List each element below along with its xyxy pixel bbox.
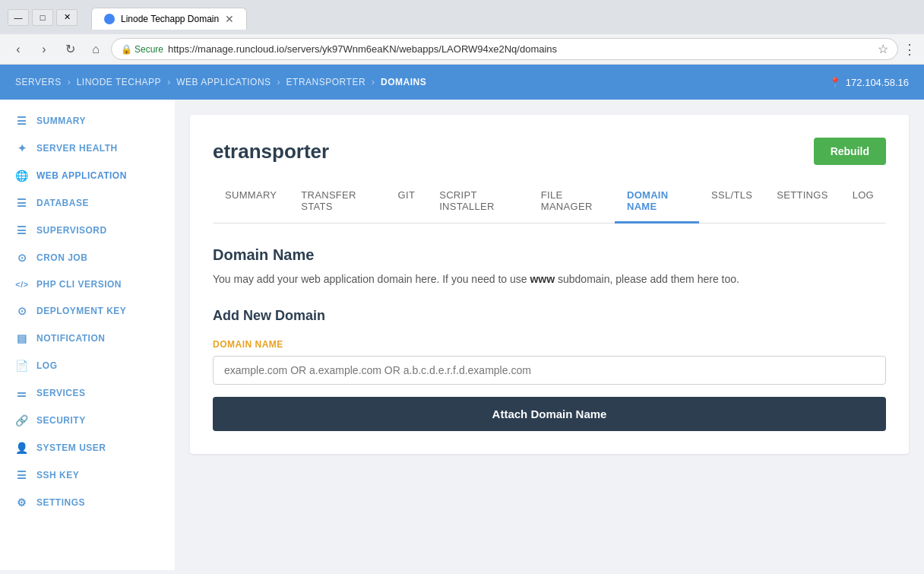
tab-file-manager[interactable]: FILE MANAGER [529,180,615,224]
breadcrumb-sep-4: › [372,77,375,87]
breadcrumb-sep-1: › [68,77,71,87]
sidebar-label-php-cli-version: PHP CLI VERSION [36,279,122,290]
sidebar-item-php-cli-version[interactable]: </> PHP CLI VERSION [0,271,175,297]
breadcrumb-sep-3: › [277,77,280,87]
sidebar-label-settings: SETTINGS [36,497,85,508]
sidebar-item-security[interactable]: 🔗 SECURITY [0,407,175,434]
sidebar-label-web-application: WEB APPLICATION [36,170,127,181]
domain-field-label: DOMAIN NAME [213,339,886,350]
sidebar-item-ssh-key[interactable]: ☰ SSH KEY [0,461,175,489]
domain-section-title: Domain Name [213,246,886,264]
main-layout: ☰ SUMMARY ✦ SERVER HEALTH 🌐 WEB APPLICAT… [0,100,924,570]
sidebar-item-settings[interactable]: ⚙ SETTINGS [0,489,175,516]
server-ip-display: 📍 172.104.58.16 [829,77,909,88]
server-health-icon: ✦ [15,142,29,154]
card-header: etransporter Rebuild [213,138,886,165]
sidebar-item-cron-job[interactable]: ⊙ CRON JOB [0,244,175,271]
tab-ssl-tls[interactable]: SSL/TLS [699,180,764,224]
browser-menu-button[interactable]: ⋮ [903,41,916,58]
sidebar-label-summary: SUMMARY [36,116,86,126]
browser-titlebar: — □ ✕ Linode Techapp Domain ✕ [0,0,924,34]
summary-icon: ☰ [15,115,29,127]
sidebar-label-server-health: SERVER HEALTH [36,143,118,154]
description-part2: subdomain, please add them here too. [555,273,739,285]
sidebar-item-services[interactable]: ⚌ SERVICES [0,379,175,407]
tab-title: Linode Techapp Domain [121,14,219,24]
tab-bar: Linode Techapp Domain ✕ [84,5,255,30]
address-input-wrap[interactable]: 🔒 Secure https://manage.runcloud.io/serv… [111,38,898,60]
attach-domain-button[interactable]: Attach Domain Name [213,397,886,431]
sidebar-item-system-user[interactable]: 👤 SYSTEM USER [0,434,175,461]
sidebar-label-security: SECURITY [36,415,86,426]
php-cli-icon: </> [15,280,29,289]
window-controls: — □ ✕ [8,9,78,26]
breadcrumb-servers[interactable]: SERVERS [15,77,62,87]
web-application-icon: 🌐 [15,170,29,182]
sidebar-item-supervisord[interactable]: ☰ SUPERVISORD [0,217,175,244]
sidebar-item-database[interactable]: ☰ DATABASE [0,189,175,217]
breadcrumb-linode[interactable]: LINODE TECHAPP [77,77,161,87]
supervisord-icon: ☰ [15,224,29,236]
domain-name-input[interactable] [213,356,886,385]
domain-section-description: You may add your web application domain … [213,273,886,285]
bookmark-icon[interactable]: ☆ [878,42,888,56]
tab-git[interactable]: GIT [386,180,428,224]
cron-job-icon: ⊙ [15,252,29,264]
breadcrumb-etransporter[interactable]: ETRANSPORTER [286,77,365,87]
refresh-button[interactable]: ↻ [59,39,81,60]
sidebar-label-cron-job: CRON JOB [36,252,87,263]
domain-name-section: Domain Name You may add your web applica… [213,246,886,431]
minimize-button[interactable]: — [8,9,29,26]
tab-log[interactable]: LOG [840,180,886,224]
tab-settings[interactable]: SETTINGS [764,180,840,224]
database-icon: ☰ [15,197,29,209]
sidebar-item-deployment-key[interactable]: ⊙ DEPLOYMENT KEY [0,297,175,325]
home-button[interactable]: ⌂ [85,39,106,60]
sidebar: ☰ SUMMARY ✦ SERVER HEALTH 🌐 WEB APPLICAT… [0,100,175,570]
add-domain-title: Add New Domain [213,308,886,324]
breadcrumb-webapps[interactable]: WEB APPLICATIONS [176,77,271,87]
services-icon: ⚌ [15,387,29,399]
secure-badge: 🔒 Secure [121,44,163,55]
browser-tab[interactable]: Linode Techapp Domain ✕ [91,8,247,30]
address-bar: ‹ › ↻ ⌂ 🔒 Secure https://manage.runcloud… [0,34,924,64]
system-user-icon: 👤 [15,442,29,454]
sidebar-label-database: DATABASE [36,198,89,208]
log-icon: 📄 [15,360,29,372]
app-navbar: SERVERS › LINODE TECHAPP › WEB APPLICATI… [0,65,924,100]
tab-summary[interactable]: SUMMARY [213,180,289,224]
app-title: etransporter [213,140,329,163]
domain-field: DOMAIN NAME Attach Domain Name [213,339,886,431]
lock-icon: 🔒 [121,44,132,55]
description-part1: You may add your web application domain … [213,273,530,285]
sidebar-item-server-health[interactable]: ✦ SERVER HEALTH [0,135,175,162]
back-button[interactable]: ‹ [8,39,29,60]
location-icon: 📍 [829,77,841,88]
address-url[interactable]: https://manage.runcloud.io/servers/yk97W… [168,43,557,55]
tab-close-icon[interactable]: ✕ [225,13,234,25]
tab-favicon [104,14,115,24]
sidebar-item-summary[interactable]: ☰ SUMMARY [0,107,175,135]
maximize-button[interactable]: □ [32,9,53,26]
secure-label: Secure [134,44,163,55]
forward-button[interactable]: › [33,39,55,60]
sidebar-item-notification[interactable]: ▤ NOTIFICATION [0,325,175,352]
sidebar-item-log[interactable]: 📄 LOG [0,352,175,379]
browser-chrome: — □ ✕ Linode Techapp Domain ✕ ‹ › ↻ ⌂ 🔒 … [0,0,924,65]
tab-script-installer[interactable]: SCRIPT INSTALLER [427,180,529,224]
tab-transfer-stats[interactable]: TRANSFER STATS [289,180,385,224]
tabs-bar: SUMMARY TRANSFER STATS GIT SCRIPT INSTAL… [213,180,886,224]
close-button[interactable]: ✕ [56,9,78,26]
rebuild-button[interactable]: Rebuild [814,138,886,165]
notification-icon: ▤ [15,332,29,344]
sidebar-label-supervisord: SUPERVISORD [36,225,107,236]
sidebar-item-web-application[interactable]: 🌐 WEB APPLICATION [0,162,175,189]
settings-icon: ⚙ [15,496,29,509]
sidebar-label-deployment-key: DEPLOYMENT KEY [36,306,126,316]
ssh-key-icon: ☰ [15,469,29,481]
security-icon: 🔗 [15,414,29,427]
sidebar-label-ssh-key: SSH KEY [36,470,79,480]
sidebar-label-services: SERVICES [36,388,85,398]
content-card: etransporter Rebuild SUMMARY TRANSFER ST… [190,115,909,454]
tab-domain-name[interactable]: DOMAIN NAME [615,180,699,224]
